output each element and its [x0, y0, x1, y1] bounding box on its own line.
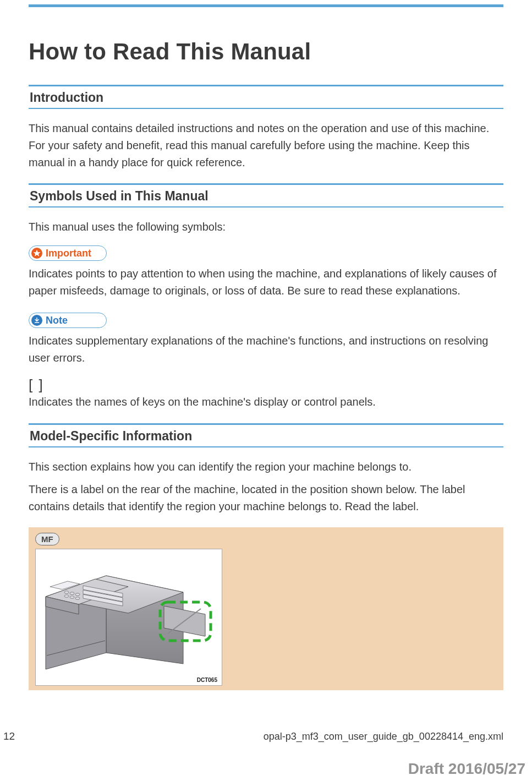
figure-panel: MF — [29, 527, 503, 690]
section-symbols-heading: Symbols Used in This Manual — [29, 183, 503, 207]
page-footer: 12 opal-p3_mf3_com_user_guide_gb_0022841… — [0, 729, 532, 742]
figure-code: DCT065 — [40, 677, 217, 683]
star-icon — [31, 248, 42, 259]
model-p2: There is a label on the rear of the mach… — [29, 481, 503, 515]
draft-stamp: Draft 2016/05/27 — [408, 760, 525, 778]
note-desc: Indicates supplementary explanations of … — [29, 332, 503, 367]
arrow-down-icon — [31, 315, 42, 326]
printer-rear-illustration — [40, 554, 216, 675]
page-title: How to Read This Manual — [29, 39, 503, 65]
svg-point-13 — [70, 596, 74, 598]
footer-filename: opal-p3_mf3_com_user_guide_gb_00228414_e… — [264, 731, 503, 742]
svg-marker-0 — [34, 250, 41, 256]
introduction-body: This manual contains detailed instructio… — [29, 120, 503, 171]
callout-note: Note — [29, 313, 107, 328]
callout-note-label: Note — [46, 315, 68, 325]
heading-introduction: Introduction — [29, 86, 503, 108]
model-p1: This section explains how you can identi… — [29, 458, 503, 476]
mf-chip: MF — [35, 533, 59, 545]
svg-point-9 — [64, 591, 69, 593]
callout-important: Important — [29, 245, 107, 261]
svg-point-11 — [75, 593, 80, 596]
rule — [29, 206, 503, 207]
svg-point-10 — [70, 592, 74, 594]
section-introduction-heading: Introduction — [29, 85, 503, 109]
page-top-rule — [29, 4, 503, 7]
heading-model: Model-Specific Information — [29, 425, 503, 446]
bracket-desc: Indicates the names of keys on the machi… — [29, 394, 503, 410]
figure-box: DCT065 — [35, 549, 222, 686]
important-desc: Indicates points to pay attention to whe… — [29, 265, 503, 299]
section-model-heading: Model-Specific Information — [29, 423, 503, 447]
heading-symbols: Symbols Used in This Manual — [29, 185, 503, 206]
svg-point-14 — [75, 597, 80, 599]
symbols-intro: This manual uses the following symbols: — [29, 219, 503, 236]
rule — [29, 108, 503, 109]
svg-point-12 — [64, 595, 69, 597]
page-number: 12 — [3, 730, 15, 742]
callout-important-label: Important — [46, 248, 91, 258]
rule — [29, 446, 503, 447]
bracket-symbol: [ ] — [29, 376, 503, 394]
page-content: How to Read This Manual Introduction Thi… — [29, 39, 503, 690]
